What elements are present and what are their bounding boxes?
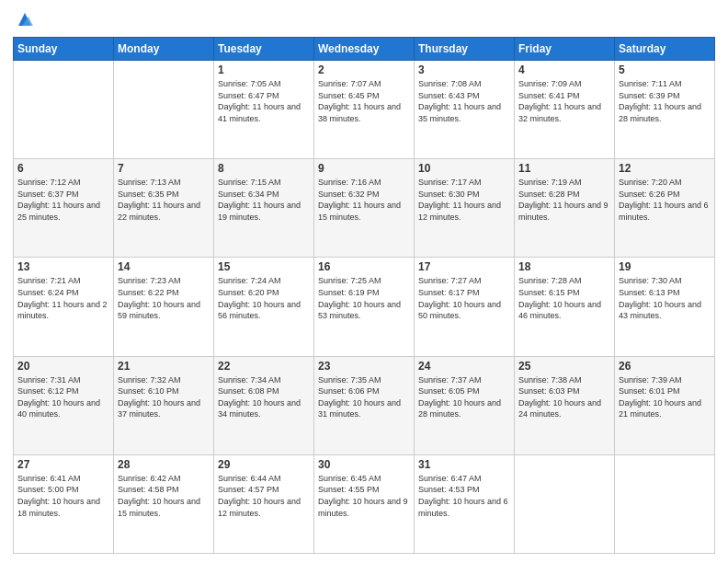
week-row-1: 1Sunrise: 7:05 AM Sunset: 6:47 PM Daylig… [14, 61, 715, 159]
logo [13, 9, 35, 29]
logo-icon [15, 9, 35, 29]
day-number: 3 [418, 63, 510, 76]
calendar-cell: 17Sunrise: 7:27 AM Sunset: 6:17 PM Dayli… [415, 258, 515, 356]
day-info: Sunrise: 6:44 AM Sunset: 4:57 PM Dayligh… [218, 473, 310, 519]
calendar-cell: 16Sunrise: 7:25 AM Sunset: 6:19 PM Dayli… [314, 258, 415, 356]
calendar-cell: 12Sunrise: 7:20 AM Sunset: 6:26 PM Dayli… [615, 159, 715, 258]
header [13, 9, 715, 29]
calendar-cell: 19Sunrise: 7:30 AM Sunset: 6:13 PM Dayli… [615, 258, 715, 356]
calendar-table: SundayMondayTuesdayWednesdayThursdayFrid… [13, 37, 715, 554]
day-info: Sunrise: 7:19 AM Sunset: 6:28 PM Dayligh… [518, 177, 610, 223]
calendar-cell: 5Sunrise: 7:11 AM Sunset: 6:39 PM Daylig… [615, 61, 715, 159]
day-number: 24 [418, 360, 510, 373]
calendar-cell: 6Sunrise: 7:12 AM Sunset: 6:37 PM Daylig… [14, 159, 114, 258]
day-info: Sunrise: 7:11 AM Sunset: 6:39 PM Dayligh… [619, 78, 711, 124]
day-info: Sunrise: 7:21 AM Sunset: 6:24 PM Dayligh… [17, 275, 109, 321]
calendar-cell: 18Sunrise: 7:28 AM Sunset: 6:15 PM Dayli… [515, 258, 615, 356]
day-number: 16 [318, 260, 410, 273]
day-number: 12 [619, 162, 711, 175]
day-number: 14 [118, 260, 210, 273]
day-info: Sunrise: 7:09 AM Sunset: 6:41 PM Dayligh… [518, 78, 610, 124]
day-number: 15 [218, 260, 310, 273]
calendar-cell: 26Sunrise: 7:39 AM Sunset: 6:01 PM Dayli… [615, 356, 715, 454]
calendar-cell: 11Sunrise: 7:19 AM Sunset: 6:28 PM Dayli… [515, 159, 615, 258]
weekday-header-wednesday: Wednesday [314, 38, 415, 61]
day-info: Sunrise: 7:05 AM Sunset: 6:47 PM Dayligh… [218, 78, 310, 124]
day-info: Sunrise: 7:13 AM Sunset: 6:35 PM Dayligh… [118, 177, 210, 223]
calendar-cell: 20Sunrise: 7:31 AM Sunset: 6:12 PM Dayli… [14, 356, 114, 454]
calendar-cell: 1Sunrise: 7:05 AM Sunset: 6:47 PM Daylig… [214, 61, 314, 159]
calendar-cell: 2Sunrise: 7:07 AM Sunset: 6:45 PM Daylig… [314, 61, 415, 159]
weekday-header-thursday: Thursday [415, 38, 515, 61]
day-info: Sunrise: 7:12 AM Sunset: 6:37 PM Dayligh… [17, 177, 109, 223]
calendar-cell: 22Sunrise: 7:34 AM Sunset: 6:08 PM Dayli… [214, 356, 314, 454]
day-number: 17 [418, 260, 510, 273]
calendar-cell: 13Sunrise: 7:21 AM Sunset: 6:24 PM Dayli… [14, 258, 114, 356]
calendar-cell: 30Sunrise: 6:45 AM Sunset: 4:55 PM Dayli… [314, 454, 415, 553]
day-info: Sunrise: 7:35 AM Sunset: 6:06 PM Dayligh… [318, 374, 410, 420]
weekday-header-saturday: Saturday [615, 38, 715, 61]
day-number: 18 [518, 260, 610, 273]
day-number: 5 [619, 63, 711, 76]
day-number: 29 [218, 458, 310, 471]
weekday-header-monday: Monday [114, 38, 214, 61]
day-number: 2 [318, 63, 410, 76]
calendar-cell [615, 454, 715, 553]
day-number: 21 [118, 360, 210, 373]
weekday-header-friday: Friday [515, 38, 615, 61]
day-number: 6 [17, 162, 109, 175]
calendar-cell [515, 454, 615, 553]
day-info: Sunrise: 7:32 AM Sunset: 6:10 PM Dayligh… [118, 374, 210, 420]
week-row-4: 20Sunrise: 7:31 AM Sunset: 6:12 PM Dayli… [14, 356, 715, 454]
weekday-header-tuesday: Tuesday [214, 38, 314, 61]
day-number: 8 [218, 162, 310, 175]
calendar-cell: 7Sunrise: 7:13 AM Sunset: 6:35 PM Daylig… [114, 159, 214, 258]
calendar-cell: 21Sunrise: 7:32 AM Sunset: 6:10 PM Dayli… [114, 356, 214, 454]
day-number: 22 [218, 360, 310, 373]
day-info: Sunrise: 7:24 AM Sunset: 6:20 PM Dayligh… [218, 275, 310, 321]
day-number: 10 [418, 162, 510, 175]
calendar-cell: 14Sunrise: 7:23 AM Sunset: 6:22 PM Dayli… [114, 258, 214, 356]
day-info: Sunrise: 7:37 AM Sunset: 6:05 PM Dayligh… [418, 374, 510, 420]
calendar-cell: 27Sunrise: 6:41 AM Sunset: 5:00 PM Dayli… [14, 454, 114, 553]
day-info: Sunrise: 6:42 AM Sunset: 4:58 PM Dayligh… [118, 473, 210, 519]
week-row-2: 6Sunrise: 7:12 AM Sunset: 6:37 PM Daylig… [14, 159, 715, 258]
day-number: 23 [318, 360, 410, 373]
calendar-cell: 25Sunrise: 7:38 AM Sunset: 6:03 PM Dayli… [515, 356, 615, 454]
calendar-cell: 10Sunrise: 7:17 AM Sunset: 6:30 PM Dayli… [415, 159, 515, 258]
day-number: 27 [17, 458, 109, 471]
week-row-5: 27Sunrise: 6:41 AM Sunset: 5:00 PM Dayli… [14, 454, 715, 553]
day-info: Sunrise: 7:25 AM Sunset: 6:19 PM Dayligh… [318, 275, 410, 321]
calendar-cell: 31Sunrise: 6:47 AM Sunset: 4:53 PM Dayli… [415, 454, 515, 553]
calendar-cell: 3Sunrise: 7:08 AM Sunset: 6:43 PM Daylig… [415, 61, 515, 159]
day-info: Sunrise: 7:39 AM Sunset: 6:01 PM Dayligh… [619, 374, 711, 420]
day-info: Sunrise: 7:15 AM Sunset: 6:34 PM Dayligh… [218, 177, 310, 223]
weekday-header-sunday: Sunday [14, 38, 114, 61]
day-info: Sunrise: 7:28 AM Sunset: 6:15 PM Dayligh… [518, 275, 610, 321]
calendar-cell: 28Sunrise: 6:42 AM Sunset: 4:58 PM Dayli… [114, 454, 214, 553]
day-info: Sunrise: 7:38 AM Sunset: 6:03 PM Dayligh… [518, 374, 610, 420]
day-info: Sunrise: 7:27 AM Sunset: 6:17 PM Dayligh… [418, 275, 510, 321]
day-number: 26 [619, 360, 711, 373]
day-info: Sunrise: 7:30 AM Sunset: 6:13 PM Dayligh… [619, 275, 711, 321]
day-info: Sunrise: 7:31 AM Sunset: 6:12 PM Dayligh… [17, 374, 109, 420]
day-info: Sunrise: 7:08 AM Sunset: 6:43 PM Dayligh… [418, 78, 510, 124]
calendar-cell [114, 61, 214, 159]
day-number: 31 [418, 458, 510, 471]
day-number: 13 [17, 260, 109, 273]
day-number: 4 [518, 63, 610, 76]
page: SundayMondayTuesdayWednesdayThursdayFrid… [0, 0, 728, 563]
calendar-cell: 9Sunrise: 7:16 AM Sunset: 6:32 PM Daylig… [314, 159, 415, 258]
day-number: 9 [318, 162, 410, 175]
day-info: Sunrise: 7:16 AM Sunset: 6:32 PM Dayligh… [318, 177, 410, 223]
day-info: Sunrise: 6:41 AM Sunset: 5:00 PM Dayligh… [17, 473, 109, 519]
calendar-cell: 24Sunrise: 7:37 AM Sunset: 6:05 PM Dayli… [415, 356, 515, 454]
week-row-3: 13Sunrise: 7:21 AM Sunset: 6:24 PM Dayli… [14, 258, 715, 356]
day-info: Sunrise: 7:17 AM Sunset: 6:30 PM Dayligh… [418, 177, 510, 223]
day-number: 20 [17, 360, 109, 373]
calendar-cell [14, 61, 114, 159]
calendar-cell: 23Sunrise: 7:35 AM Sunset: 6:06 PM Dayli… [314, 356, 415, 454]
calendar-cell: 4Sunrise: 7:09 AM Sunset: 6:41 PM Daylig… [515, 61, 615, 159]
day-number: 25 [518, 360, 610, 373]
weekday-header-row: SundayMondayTuesdayWednesdayThursdayFrid… [14, 38, 715, 61]
